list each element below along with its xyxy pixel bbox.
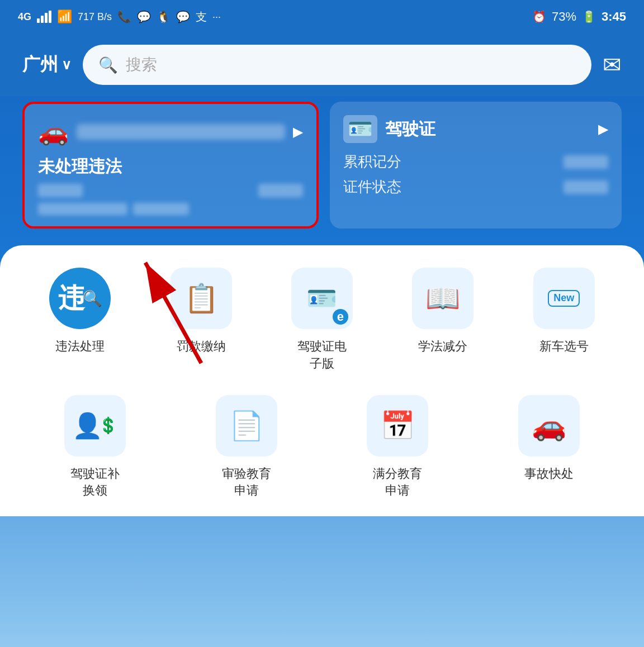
vehicle-extra-1 (38, 203, 127, 215)
score-value-blurred (564, 155, 608, 169)
service-renewal[interactable]: 👤 💲 驾驶证补换领 (22, 395, 168, 500)
newplate-label-text: 新车选号 (539, 338, 589, 355)
search-icon: 🔍 (98, 56, 118, 74)
service-grid-row2: 👤 💲 驾驶证补换领 📄 审验教育申请 📅 满分教育申请 (22, 395, 622, 500)
service-fullscore[interactable]: 📅 满分教育申请 (325, 395, 471, 500)
more-icon: ··· (212, 11, 221, 23)
service-elicense[interactable]: 🪪 e 驾驶证电子版 (264, 268, 380, 373)
search-area: 广州 ∨ 🔍 搜索 ✉ (0, 34, 644, 96)
vehicle-card-header: 🚗 ▶ (38, 117, 303, 146)
service-fine[interactable]: 📋 罚款缴纳 (143, 268, 258, 373)
service-accident[interactable]: 🚗 事故快处 (476, 395, 622, 500)
status-bar: 4G 📶 717 B/s 📞 💬 🐧 💬 支 ··· ⏰ 73% 🔋 3:45 (0, 0, 644, 34)
violation-label-text: 违法处理 (55, 338, 105, 355)
violation-count-row (38, 184, 303, 197)
violation-count-blurred (38, 184, 83, 197)
call-icon: 📞 (117, 10, 131, 23)
service-inspection[interactable]: 📄 审验教育申请 (174, 395, 320, 500)
alarm-icon: ⏰ (532, 10, 546, 23)
score-label: 累积记分 (343, 152, 401, 172)
services-panel: 违 🔍 违法处理 📋 罚款缴纳 🪪 e 驾驶证电子版 (0, 245, 644, 516)
fullscore-icon: 📅 (367, 395, 428, 456)
signal-4g: 4G (18, 11, 31, 23)
fine-label-text: 罚款缴纳 (177, 338, 226, 355)
study-label-text: 学法减分 (418, 338, 467, 355)
fullscore-label-text: 满分教育申请 (373, 465, 422, 500)
service-study[interactable]: 📖 学法减分 (385, 268, 500, 373)
search-placeholder-text: 搜索 (126, 54, 157, 75)
wechat-icon: 💬 (137, 10, 151, 23)
score-row: 累积记分 (343, 152, 608, 172)
elicense-label-text: 驾驶证电子版 (297, 338, 347, 373)
violation-icon: 违 🔍 (49, 268, 111, 329)
signal-bars (37, 11, 51, 23)
vehicle-card[interactable]: 🚗 ▶ 未处理违法 (22, 102, 319, 229)
city-selector[interactable]: 广州 ∨ (22, 53, 72, 77)
service-grid-row1: 违 🔍 违法处理 📋 罚款缴纳 🪪 e 驾驶证电子版 (22, 268, 622, 373)
license-icon: 🪪 (343, 115, 377, 143)
app-screen: 4G 📶 717 B/s 📞 💬 🐧 💬 支 ··· ⏰ 73% 🔋 3:45 (0, 0, 644, 647)
vehicle-card-arrow: ▶ (293, 124, 303, 140)
mail-icon[interactable]: ✉ (603, 52, 622, 78)
message-icon: 💬 (176, 10, 190, 23)
vehicle-extra-row (38, 203, 303, 215)
search-box[interactable]: 🔍 搜索 (83, 45, 591, 85)
status-left: 4G 📶 717 B/s 📞 💬 🐧 💬 支 ··· (18, 9, 221, 25)
new-badge: New (548, 290, 580, 307)
battery-percent: 73% (552, 9, 576, 24)
service-newplate[interactable]: New 新车选号 (506, 268, 622, 373)
status-label: 证件状态 (343, 177, 401, 197)
status-right: ⏰ 73% 🔋 3:45 (532, 9, 626, 24)
status-row: 证件状态 (343, 177, 608, 197)
status-value-blurred (564, 180, 608, 194)
license-card-arrow: ▶ (598, 121, 608, 137)
wifi-icon: 📶 (57, 9, 72, 24)
battery-icon: 🔋 (582, 10, 596, 23)
city-name: 广州 (22, 53, 58, 77)
city-chevron-icon: ∨ (61, 57, 72, 73)
inspection-label-text: 审验教育申请 (222, 465, 271, 500)
renewal-icon: 👤 💲 (64, 395, 126, 456)
elicense-icon: 🪪 e (291, 268, 353, 329)
renewal-label-text: 驾驶证补换领 (70, 465, 120, 500)
violation-info-blurred (258, 184, 303, 197)
qq-icon: 🐧 (157, 10, 171, 23)
network-speed: 717 B/s (78, 11, 112, 23)
license-card-header: 🪪 驾驶证 ▶ (343, 115, 608, 143)
violation-label: 未处理违法 (38, 155, 303, 178)
accident-icon: 🚗 (518, 395, 580, 456)
inspection-icon: 📄 (216, 395, 277, 456)
vehicle-plate-blurred (77, 124, 285, 140)
cards-area: 🚗 ▶ 未处理违法 🪪 驾驶证 ▶ 累积记分 (0, 96, 644, 240)
accident-label-text: 事故快处 (524, 465, 574, 483)
study-icon: 📖 (412, 268, 473, 329)
car-icon: 🚗 (38, 117, 69, 146)
fine-icon: 📋 (171, 268, 232, 329)
license-card-title: 驾驶证 (385, 118, 435, 141)
license-card[interactable]: 🪪 驾驶证 ▶ 累积记分 证件状态 (330, 102, 622, 229)
newplate-icon: New (533, 268, 595, 329)
clock-time: 3:45 (602, 9, 626, 24)
vehicle-extra-2 (133, 203, 189, 215)
service-violation[interactable]: 违 🔍 违法处理 (22, 268, 138, 373)
alipay-icon: 支 (196, 9, 207, 25)
